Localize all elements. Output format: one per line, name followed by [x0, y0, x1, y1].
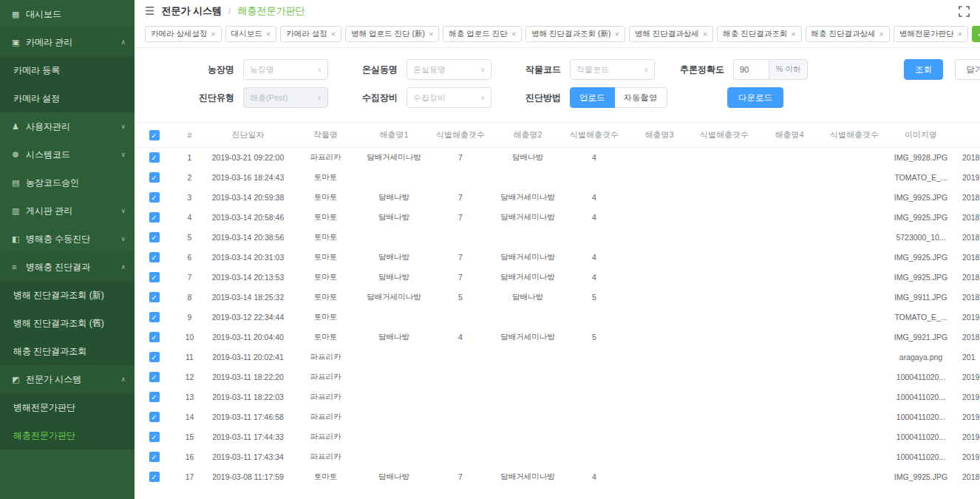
table-row[interactable]: ✓82019-03-14 18:25:32토마토담배거세미나방5담배나방5IMG… [135, 288, 980, 308]
sidebar-item-disease-results-old[interactable]: 병해 진단결과조회 (舊) [0, 309, 135, 337]
close-icon[interactable]: × [614, 30, 619, 38]
table-row[interactable]: ✓132019-03-11 18:22:03파프리카1000411020...2… [135, 387, 980, 407]
sidebar-item-board-management[interactable]: ▥게시판 관리∨ [0, 197, 135, 225]
row-checkbox[interactable]: ✓ [149, 252, 160, 262]
table-row[interactable]: ✓172019-03-08 11:17:59토마토담배나방7담배거세미나방4IM… [135, 467, 980, 487]
close-icon[interactable]: × [703, 30, 707, 38]
sidebar-item-disease-results-new[interactable]: 병해 진단결과조회 (新) [0, 281, 135, 309]
close-icon[interactable]: × [266, 30, 270, 38]
row-checkbox[interactable]: ✓ [149, 432, 160, 442]
row-checkbox[interactable]: ✓ [149, 152, 160, 163]
table-row[interactable]: ✓122019-03-11 18:22:20파프리카1000411020...2… [135, 367, 980, 387]
greenhouse-select[interactable]: 온실동명 ∨ [406, 59, 491, 80]
cell-crop-name: 파프리카 [290, 347, 361, 367]
row-checkbox[interactable]: ✓ [149, 452, 160, 462]
close-icon[interactable]: × [957, 30, 962, 38]
cell-diagnosis-date: 2019-03-14 20:58:46 [205, 208, 290, 228]
search-button[interactable]: 조회 [904, 59, 943, 80]
tab-disease-upload-diagnosis-new[interactable]: 병해 업로드 진단 (新)× [345, 26, 439, 42]
table-row[interactable]: ✓62019-03-14 20:31:03토마토담배나방7담배거세미나방4IMG… [135, 248, 980, 268]
tab-label: 대시보드 [231, 29, 262, 39]
sidebar-item-expert-system[interactable]: ◩전문가 시스템∧ [0, 365, 135, 393]
row-checkbox[interactable]: ✓ [149, 212, 160, 223]
sidebar-item-pest-results[interactable]: 해충 진단결과조회 [0, 337, 135, 365]
close-icon[interactable]: × [791, 30, 795, 38]
tab-dashboard[interactable]: 대시보드× [225, 26, 276, 42]
row-checkbox[interactable]: ✓ [149, 312, 160, 322]
tab-camera-settings[interactable]: 카메라 설정× [280, 26, 341, 42]
sidebar-item-camera-settings[interactable]: 카메라 설정 [0, 84, 135, 112]
sidebar-item-pest-diagnosis-results[interactable]: ≡병해충 진단결과∧ [0, 253, 135, 281]
accuracy-input[interactable] [733, 59, 769, 80]
sidebar-item-farm-code-approval[interactable]: ▤농장코드승인 [0, 169, 135, 197]
sidebar-item-user-management[interactable]: ♟사용자관리∨ [0, 112, 135, 140]
row-checkbox[interactable]: ✓ [149, 352, 160, 362]
fullscreen-icon[interactable] [959, 6, 970, 17]
tab-disease-results-new[interactable]: 병해 진단결과조회 (新)× [525, 26, 625, 42]
sidebar-item-pest-manual-diagnosis[interactable]: ◧병해충 수동진단∨ [0, 225, 135, 253]
table-row[interactable]: ✓22019-03-16 18:24:43토마토TOMATO_E_...2019 [135, 168, 980, 188]
cell-crop-name: 토마토 [290, 248, 361, 268]
sidebar-item-pest-expert-judgment[interactable]: 해충전문가판단 [0, 421, 135, 449]
cell-row-number: 9 [174, 308, 205, 327]
farm-name-select[interactable]: 농장명 ∨ [243, 59, 328, 80]
row-checkbox[interactable]: ✓ [149, 472, 160, 482]
close-icon[interactable]: × [511, 30, 516, 38]
row-checkbox[interactable]: ✓ [149, 292, 160, 302]
greenhouse-group: 온실동명 온실동명 ∨ [338, 59, 491, 80]
cell-image-name: TOMATO_E_... [887, 168, 955, 188]
sidebar-item-camera-register[interactable]: 카메라 등록 [0, 56, 135, 84]
table-row[interactable]: ✓102019-03-11 20:04:40토마토담배나방4담배거세미나방5IM… [135, 327, 980, 347]
row-checkbox[interactable]: ✓ [149, 332, 160, 342]
tab-pest-upload-diagnosis[interactable]: 해충 업로드 진단× [443, 26, 522, 42]
sidebar-item-disease-expert-judgment[interactable]: 병해전문가판단 [0, 393, 135, 421]
row-checkbox[interactable]: ✓ [149, 172, 160, 183]
row-checkbox[interactable]: ✓ [149, 412, 160, 422]
tab-camera-detail-settings[interactable]: 카메라 상세설정× [145, 26, 222, 42]
row-checkbox[interactable]: ✓ [149, 372, 160, 382]
row-select-cell: ✓ [135, 308, 174, 327]
column-header-pest4-count: 식별해충갯수 [822, 123, 887, 148]
row-checkbox[interactable]: ✓ [149, 192, 160, 203]
row-checkbox[interactable]: ✓ [149, 272, 160, 282]
menu-icon[interactable]: ☰ [145, 4, 154, 18]
tab-disease-expert-judgment[interactable]: 병해전문가판단× [894, 26, 968, 42]
close-icon[interactable]: × [879, 30, 884, 38]
breadcrumb-separator: / [228, 6, 231, 16]
table-row[interactable]: ✓32019-03-14 20:59:38토마토담배나방7담배거세미나방4IMG… [135, 188, 980, 208]
table-row[interactable]: ✓142019-03-11 17:46:58파프리카1000411020...2… [135, 407, 980, 427]
sidebar-item-system-code[interactable]: ☸시스템코드∨ [0, 140, 135, 169]
table-row[interactable]: ✓92019-03-12 22:34:44토마토TOMATO_E_...2019 [135, 308, 980, 327]
sidebar-item-camera-management[interactable]: ▣카메라 관리∧ [0, 28, 135, 56]
close-icon[interactable]: × [211, 30, 215, 38]
method-upload-button[interactable]: 업로드 [570, 87, 615, 108]
table-row[interactable]: ✓12019-03-21 09:22:00파프리카담배거세미나방7담배나방4IM… [135, 148, 980, 168]
table-row[interactable]: ✓42019-03-14 20:58:46토마토담배나방7담배거세미나방4IMG… [135, 208, 980, 228]
download-button[interactable]: 다운로드 [727, 87, 783, 108]
close-icon[interactable]: × [429, 30, 433, 38]
tab-pest-results[interactable]: 해충 진단결과조회× [717, 26, 801, 42]
tab-pest-expert-judgment[interactable]: ●해충전문가판단× [972, 26, 980, 42]
row-select-cell: ✓ [135, 188, 174, 208]
table-row[interactable]: ✓52019-03-14 20:38:56토마토5723000_10...201… [135, 228, 980, 248]
tab-pest-result-detail[interactable]: 해충 진단결과상세× [806, 26, 890, 42]
table-row[interactable]: ✓162019-03-11 17:43:34파프리카1000411020...2… [135, 447, 980, 467]
sidebar-item-dashboard[interactable]: ▦대시보드 [0, 0, 135, 28]
table-row[interactable]: ✓112019-03-11 20:02:41파프리카aragaya.png201 [135, 347, 980, 367]
sidebar-item-label: 카메라 설정 [13, 92, 126, 105]
diagnosis-type-select[interactable]: 해충(Pest) ∨ [243, 87, 328, 108]
row-checkbox[interactable]: ✓ [149, 232, 160, 242]
cell-pest1-count: 7 [427, 248, 494, 268]
crop-code-select[interactable]: 작물코드 ∨ [570, 59, 655, 80]
device-select[interactable]: 수집장비 ∨ [406, 87, 491, 108]
select-all-checkbox[interactable]: ✓ [149, 130, 160, 140]
cell-pest2-name: 담배거세미나방 [494, 248, 562, 268]
row-checkbox[interactable]: ✓ [149, 392, 160, 402]
method-auto-capture-button[interactable]: 자동촬영 [615, 87, 667, 108]
cell-pest1-name [361, 228, 427, 248]
tab-disease-result-detail[interactable]: 병해 진단결과상세× [629, 26, 713, 42]
close-button[interactable]: 닫기 [955, 59, 980, 80]
table-row[interactable]: ✓152019-03-11 17:44:33파프리카1000411020...2… [135, 427, 980, 447]
close-icon[interactable]: × [331, 30, 336, 38]
table-row[interactable]: ✓72019-03-14 20:13:53토마토담배나방7담배거세미나방4IMG… [135, 268, 980, 288]
